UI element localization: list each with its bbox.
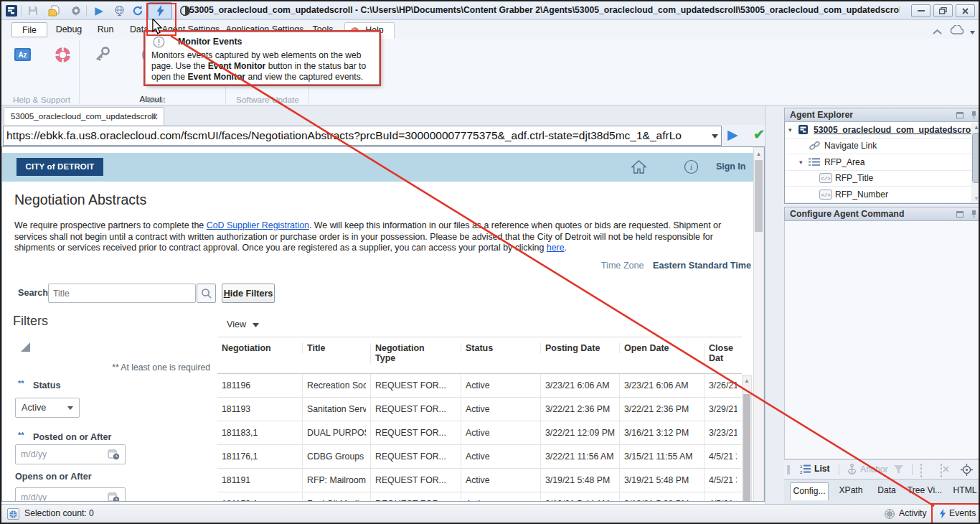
tab-file[interactable]: File (11, 22, 47, 37)
pin-icon[interactable] (971, 210, 977, 218)
url-input[interactable] (3, 126, 722, 146)
page-scrollbar[interactable]: ▲ (753, 147, 764, 502)
tab-config[interactable]: Config... (790, 482, 829, 500)
tab-xpath[interactable]: XPath (834, 482, 867, 500)
restore-button[interactable] (933, 4, 953, 17)
search-input[interactable] (48, 284, 196, 303)
column-header[interactable]: Open Date (619, 343, 699, 353)
window-title: 53005_oraclecloud_com_updatedscroll - C:… (189, 5, 900, 15)
events-button[interactable]: Events (949, 508, 976, 518)
scroll-up-icon[interactable]: ▲ (971, 124, 980, 131)
toolbar-separator (839, 464, 839, 475)
posted-date-input[interactable]: m/d/yy (15, 444, 126, 464)
tree-item[interactable]: </>RFP_Title (785, 171, 980, 187)
pin-icon[interactable] (971, 111, 977, 119)
table-row[interactable]: 181191RFP: Mailroom ...REQUEST FOR...Act… (217, 469, 742, 492)
configure-command-header[interactable]: Configure Agent Command (784, 207, 980, 221)
online-help-button[interactable]: Az Online Help (4, 40, 40, 96)
opens-date-input[interactable]: m/d/yy (15, 487, 126, 502)
column-header[interactable]: Close Dat (704, 343, 741, 363)
table-cell: REQUEST FOR... (370, 445, 456, 469)
supplier-registration-link[interactable]: CoD Supplier Registration (207, 220, 309, 230)
online-support-button[interactable]: Online Support (43, 40, 82, 96)
list-mode-button[interactable]: 12 List (800, 464, 830, 474)
toolbar-separator (912, 464, 913, 475)
sign-in-link[interactable]: Sign In (716, 162, 745, 172)
search-button[interactable] (197, 284, 216, 303)
table-row[interactable]: 181193Sanitation Servi...REQUEST FOR...A… (217, 398, 742, 421)
cloud-icon[interactable] (950, 24, 975, 37)
license-details-button[interactable]: License Details (83, 40, 122, 96)
events-lightning-icon[interactable] (939, 508, 946, 522)
chevron-down-icon[interactable]: ▾ (788, 126, 798, 134)
table-row[interactable]: 181196Recreation Soc...REQUEST FOR...Act… (217, 374, 742, 398)
clear-region-icon[interactable] (941, 464, 942, 477)
chevron-down-icon[interactable]: ▾ (799, 159, 809, 166)
tree-scrollbar[interactable]: ▲ ▼ (971, 123, 980, 203)
status-select[interactable]: Active (15, 398, 80, 418)
tree-item[interactable]: Navigate Link (785, 139, 980, 155)
column-header[interactable]: Status (461, 343, 536, 353)
calendar-icon[interactable] (108, 449, 120, 460)
table-row[interactable]: 181159,1Fuel Oil Medic...REQUEST FOR...A… (217, 492, 742, 502)
agent-explorer-header[interactable]: Agent Explorer (784, 108, 980, 122)
lightning-icon (156, 5, 164, 17)
scroll-up-icon[interactable]: ▲ (743, 378, 751, 384)
float-panel-icon[interactable] (956, 211, 963, 217)
group-label-software-update: Software Update (228, 95, 307, 105)
table-cell: 3/16/21 3:12 PM (619, 421, 699, 445)
filter-icon[interactable] (893, 464, 904, 477)
globe-icon[interactable] (112, 4, 126, 17)
column-header[interactable]: Posting Date (540, 343, 615, 353)
table-cell: Sanitation Servi... (302, 398, 366, 421)
view-menu[interactable]: View (227, 319, 259, 329)
navigate-button[interactable]: ▶ (727, 126, 738, 143)
home-icon[interactable] (631, 159, 647, 177)
table-row[interactable]: 181183,1DUAL PURPOS...REQUEST FOR...Acti… (217, 421, 742, 445)
tab-html[interactable]: HTML (949, 482, 980, 500)
scrollbar-thumb[interactable] (743, 394, 750, 502)
open-file-icon[interactable] (47, 4, 62, 17)
activity-icon[interactable] (884, 508, 895, 523)
tab-run[interactable]: Run (92, 22, 119, 39)
save-icon[interactable] (26, 4, 40, 17)
column-header[interactable]: Negotiation (222, 343, 302, 353)
scrollbar-thumb[interactable] (972, 133, 980, 183)
calendar-icon[interactable] (108, 492, 120, 502)
table-cell: 3/23/21 6:06 AM (540, 374, 615, 398)
float-panel-icon[interactable] (956, 112, 963, 118)
tree-item[interactable]: ▾RFP_Area (785, 154, 980, 171)
collapse-panel-icon[interactable] (21, 342, 30, 352)
table-scrollbar[interactable]: ▲ (742, 375, 752, 502)
scrollbar-thumb[interactable] (755, 160, 763, 232)
column-header[interactable]: Negotiation Type (370, 343, 442, 363)
refresh-icon[interactable] (131, 4, 145, 17)
document-tab[interactable]: 53005_oraclecloud_com_updatedscroll (4, 107, 164, 125)
close-button[interactable] (956, 4, 975, 17)
here-link[interactable]: here (547, 243, 565, 253)
tree-item[interactable]: ▾53005_oraclecloud_com_updatedscroll (785, 122, 980, 139)
tree-item[interactable]: </>RFP_Number (785, 187, 980, 203)
validate-button[interactable]: ✔ (753, 126, 765, 143)
activity-button[interactable]: Activity (899, 508, 927, 518)
close-icon[interactable] (151, 113, 158, 120)
hide-filters-button[interactable]: Hide Filters (222, 284, 275, 303)
info-icon[interactable]: i (684, 159, 699, 177)
table-row[interactable]: 181176,1CDBG Groups 1...REQUEST FOR...Ac… (217, 445, 742, 469)
target-icon[interactable] (961, 464, 973, 479)
select-region-icon[interactable] (920, 464, 922, 477)
tab-debug[interactable]: Debug (53, 22, 85, 39)
tab-tree-view[interactable]: Tree Vi... (905, 482, 945, 500)
minimize-button[interactable] (911, 4, 930, 17)
play-icon[interactable]: ▶ (92, 4, 106, 17)
monitor-events-button[interactable] (148, 2, 172, 19)
gear-icon[interactable] (69, 4, 83, 17)
drag-handle[interactable] (787, 465, 790, 474)
chevron-down-icon[interactable] (712, 134, 718, 139)
anchor-button[interactable]: Anchor (847, 464, 888, 474)
column-header[interactable]: Title (302, 343, 370, 353)
tab-data[interactable]: Data (872, 482, 902, 500)
collapse-ribbon-icon[interactable] (933, 24, 942, 37)
scroll-up-icon[interactable]: ▲ (754, 151, 763, 157)
scroll-down-icon[interactable]: ▼ (971, 195, 980, 202)
